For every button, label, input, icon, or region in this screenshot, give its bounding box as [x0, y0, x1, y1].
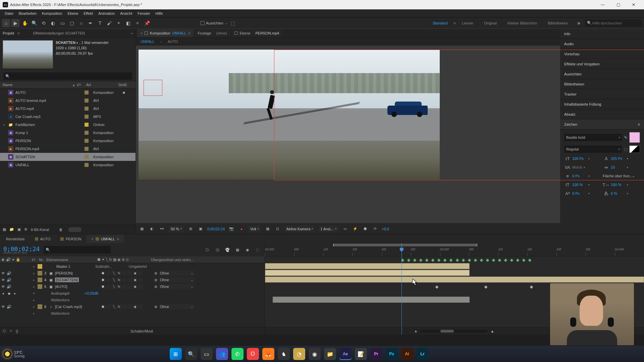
- vscale-value[interactable]: 100 %: [572, 183, 587, 187]
- comp-mini-flowchart-icon[interactable]: ⬡: [204, 246, 211, 253]
- project-item[interactable]: ▣PERSONKomposition: [0, 137, 136, 145]
- layer-property-row[interactable]: ▸Wellenform: [0, 297, 265, 303]
- menu-effekt[interactable]: Effekt: [81, 11, 96, 15]
- composition-viewport[interactable]: [136, 46, 560, 223]
- window-maximize-button[interactable]: ▢: [610, 0, 626, 9]
- pixel-aspect-icon[interactable]: ▭: [342, 226, 348, 232]
- panel-absatz[interactable]: Absatz: [560, 109, 644, 119]
- guides-icon[interactable]: ⊡: [274, 226, 281, 232]
- leading-value[interactable]: 325 Px: [611, 157, 626, 161]
- taskbar-lightroom-icon[interactable]: Lr: [417, 348, 429, 360]
- timeline-layer-row[interactable]: 👁🔊▸6♪[Car Crash.mp3]⬢╲fx◉⊚Ohne⌄: [0, 303, 265, 310]
- panel-info[interactable]: Info: [560, 29, 644, 39]
- snapping-icon[interactable]: ⬚: [229, 19, 237, 27]
- bit-depth-button[interactable]: 8-Bit-Kanal: [31, 228, 49, 232]
- menu-fenster[interactable]: Fenster: [135, 11, 153, 15]
- shy-icon[interactable]: 👻: [224, 246, 231, 253]
- taskbar-search-icon[interactable]: 🔍: [185, 348, 197, 360]
- workspace-lernen[interactable]: Lernen: [457, 21, 478, 25]
- layer-bar[interactable]: [273, 297, 470, 303]
- time-ruler[interactable]: 02:00f05f10f15f20f25f03:00f05f10f15f20f2…: [265, 243, 644, 256]
- snapshot-icon[interactable]: 📷: [228, 226, 235, 232]
- expand-icon[interactable]: {}: [16, 329, 18, 333]
- timeline-tab-auto[interactable]: AUTO: [30, 235, 55, 243]
- selection-handle[interactable]: [144, 80, 162, 96]
- window-minimize-button[interactable]: —: [595, 0, 610, 9]
- taskbar-obs-icon[interactable]: ◉: [309, 348, 321, 360]
- project-item[interactable]: ▶PERSON.mp4AVI: [0, 145, 136, 153]
- stroke-fill-order-dropdown[interactable]: Fläche über Kon...▾: [603, 174, 640, 178]
- pen-tool-icon[interactable]: ✒: [87, 19, 95, 27]
- viewer-tab-komposition[interactable]: × Komposition UNFALL ≡: [137, 29, 194, 37]
- menu-ebene[interactable]: Ebene: [65, 11, 81, 15]
- taskbar-teams-icon[interactable]: 👥: [216, 348, 228, 360]
- fast-preview-icon[interactable]: ⚡: [352, 226, 359, 232]
- panel-effekte[interactable]: Effekte und Vorgaben: [560, 59, 644, 69]
- font-size-value[interactable]: 100 Px: [572, 157, 587, 161]
- timeline-icon[interactable]: ⬢: [362, 226, 369, 232]
- layer-property-row[interactable]: ◂◆▸⏱Audiopegel+0,00dB: [0, 290, 265, 297]
- taskbar-premiere-icon[interactable]: Pr: [370, 348, 382, 360]
- project-item[interactable]: ▣Komp 1Komposition: [0, 129, 136, 137]
- effect-controls-tab[interactable]: Effekteinstellungen SCHATTEN: [33, 31, 85, 35]
- menu-bearbeiten[interactable]: Bearbeiten: [16, 11, 39, 15]
- interpret-footage-icon[interactable]: ▦: [3, 227, 6, 232]
- menu-datei[interactable]: Datei: [2, 11, 16, 15]
- ellipse-tool-icon[interactable]: ○: [77, 19, 85, 27]
- text-tool-icon[interactable]: T: [96, 19, 104, 27]
- workspace-kleiner[interactable]: Kleiner Bildschirm: [503, 21, 542, 25]
- project-item[interactable]: ♪Car Crash.mp3MP3: [0, 113, 136, 121]
- channel-icon[interactable]: ●: [238, 226, 245, 232]
- home-icon[interactable]: ⌂: [2, 19, 10, 27]
- taskbar-aftereffects-icon[interactable]: Ae: [339, 348, 352, 360]
- taskbar-taskview-icon[interactable]: ▭: [201, 348, 213, 360]
- menu-komposition[interactable]: Komposition: [39, 11, 65, 15]
- tracking-value[interactable]: 10: [611, 165, 626, 169]
- always-preview-icon[interactable]: ▦: [139, 226, 145, 232]
- rect-tool-icon[interactable]: ▢: [68, 19, 76, 27]
- panel-ausrichten[interactable]: Ausrichten: [560, 69, 644, 79]
- draft3d-icon[interactable]: ◳: [214, 246, 221, 253]
- frame-blend-icon[interactable]: ▦: [234, 246, 241, 253]
- mask-icon[interactable]: 👓: [159, 226, 165, 232]
- timeline-tab-renderliste[interactable]: Renderliste: [1, 235, 30, 243]
- rotate-tool-icon[interactable]: ◐: [49, 19, 57, 27]
- project-column-headers[interactable]: Name▴ 🏷 Art Größ: [0, 81, 136, 88]
- resolution-icon[interactable]: ⊞: [187, 226, 194, 232]
- panel-more-icon[interactable]: »: [131, 31, 133, 35]
- snap-toggle[interactable]: Ausrichten ⌄: [201, 21, 228, 25]
- viewer-timecode[interactable]: 0;00;02;24: [207, 227, 225, 231]
- breadcrumb-auto[interactable]: AUTO: [168, 40, 178, 44]
- selection-tool-icon[interactable]: ▶: [11, 19, 19, 27]
- timeline-layer-row[interactable]: 👁🔊▸5▣[AUTO]⬢╲fx◉⊚Ohne⌄: [0, 283, 265, 290]
- timeline-layer-list[interactable]: ▸Maske 1Subtrahi...Umgekehrt👁🔊▸3▣[PERSON…: [0, 263, 265, 327]
- layer-bar[interactable]: [265, 270, 470, 276]
- camera-dropdown[interactable]: Aktive Kamera▾: [284, 226, 315, 232]
- motion-blur-icon[interactable]: ◉: [244, 246, 251, 253]
- project-toggle[interactable]: [68, 227, 82, 232]
- menu-animation[interactable]: Animation: [96, 11, 117, 15]
- zoom-out-icon[interactable]: ▴: [415, 329, 417, 333]
- transparency-grid-icon[interactable]: ◐: [149, 226, 155, 232]
- panel-vorschau[interactable]: Vorschau: [560, 49, 644, 59]
- new-comp-icon[interactable]: ▣: [17, 227, 21, 232]
- timeline-layer-row[interactable]: 👁🔊▸3▣[PERSON]⬢╲fx◉⊚Ohne⌄: [0, 270, 265, 277]
- project-item-list[interactable]: ▣AUTOKomposition■▶AUTO bremst.mp4AVI▶AUT…: [0, 88, 136, 225]
- stroke-width-value[interactable]: 0 Px: [572, 174, 587, 178]
- playhead[interactable]: [401, 243, 402, 335]
- taskbar-explorer-icon[interactable]: 📁: [324, 348, 336, 360]
- no-color-icon[interactable]: ⬚: [624, 147, 627, 152]
- taskbar-firefox-icon[interactable]: 🦊: [262, 348, 274, 360]
- timeline-zoom-slider[interactable]: [420, 330, 487, 333]
- taskbar-weather[interactable]: 13°CSonnig: [3, 350, 24, 358]
- puppet-tool-icon[interactable]: 📌: [143, 19, 151, 27]
- viewer-tab-ebene[interactable]: Ebene PERSON.mp4: [231, 29, 283, 37]
- panel-zeichen[interactable]: Zeichen≡: [560, 119, 644, 129]
- font-family-dropdown[interactable]: Bastile bold▾: [564, 134, 622, 141]
- project-item[interactable]: ▣AUTOKomposition■: [0, 88, 136, 97]
- window-close-button[interactable]: ✕: [626, 0, 641, 9]
- timeline-tab-unfall[interactable]: ×UNFALL≡: [87, 235, 123, 243]
- taskbar-photoshop-icon[interactable]: Ps: [386, 348, 398, 360]
- project-search-input[interactable]: 🔍: [3, 72, 132, 80]
- panel-tracker[interactable]: Tracker: [560, 89, 644, 99]
